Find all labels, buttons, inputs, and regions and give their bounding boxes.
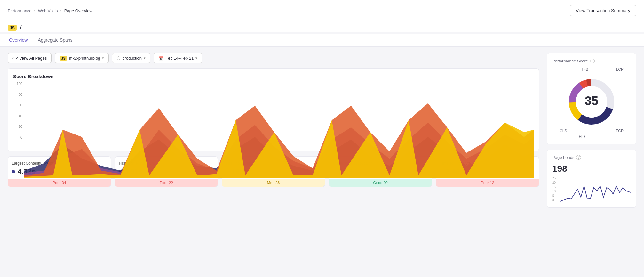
- calendar-icon: 📅: [158, 56, 163, 61]
- left-panel: ‹ < View All Pages JS mk2-p4nth3rblog ▾ …: [8, 53, 539, 208]
- view-transaction-summary-button[interactable]: View Transaction Summary: [570, 5, 636, 16]
- page-loads-chart-wrap: 25 20 15 10 5 0: [552, 176, 631, 202]
- breadcrumb-webvitals[interactable]: Web Vitals: [38, 8, 58, 13]
- y-20: 20: [13, 125, 22, 128]
- toolbar: ‹ < View All Pages JS mk2-p4nth3rblog ▾ …: [8, 53, 539, 63]
- score-breakdown-chart: 100 80 60 40 20 0: [13, 82, 534, 146]
- y-0: 0: [13, 135, 22, 139]
- lcp-dot: [12, 170, 15, 173]
- page-loads-chart-svg: [560, 176, 631, 202]
- ttfb-badge: Poor 12: [436, 179, 539, 187]
- y-60: 60: [13, 103, 22, 107]
- cls-badge: Good 92: [329, 179, 432, 187]
- lcp-donut-label: LCP: [616, 67, 624, 72]
- page-loads-count: 198: [552, 164, 631, 174]
- breadcrumb-sep-1: ›: [34, 8, 35, 13]
- tab-aggregate-spans[interactable]: Aggregate Spans: [36, 34, 74, 46]
- score-breakdown-card: Score Breakdown 100 80 60 40 20 0: [8, 68, 539, 151]
- performance-score-card: Performance Score ? TTFB LCP: [547, 53, 636, 144]
- score-breakdown-title: Score Breakdown: [13, 74, 534, 79]
- score-chart-svg: [24, 82, 534, 178]
- date-chevron-icon: ▾: [195, 56, 197, 60]
- page-title: /: [20, 23, 22, 32]
- env-label: production: [122, 56, 142, 61]
- header: Performance › Web Vitals › Page Overview…: [0, 0, 644, 19]
- y-axis: 100 80 60 40 20 0: [13, 82, 24, 139]
- date-label: Feb 14–Feb 21: [165, 56, 194, 61]
- y-80: 80: [13, 93, 22, 96]
- donut-chart: 35: [563, 73, 620, 131]
- fid-donut-label: FID: [579, 134, 585, 139]
- donut-svg: 35: [563, 73, 620, 131]
- y-100: 100: [13, 82, 22, 86]
- project-js-badge: JS: [60, 56, 67, 61]
- ttfb-donut-label: TTFB: [579, 67, 588, 72]
- y-40: 40: [13, 114, 22, 118]
- project-dropdown[interactable]: JS mk2-p4nth3rblog ▾: [55, 53, 109, 63]
- page-title-row: JS /: [0, 19, 644, 32]
- breadcrumb-current: Page Overview: [64, 8, 92, 13]
- perf-score-title: Performance Score ?: [552, 59, 631, 63]
- view-all-pages-label: < View All Pages: [16, 56, 47, 61]
- breadcrumb-sep-2: ›: [60, 8, 61, 13]
- page-loads-label: Page Loads: [552, 155, 574, 160]
- perf-score-help-icon[interactable]: ?: [590, 59, 595, 63]
- fid-badge: Meh 86: [222, 179, 325, 187]
- page-loads-help-icon[interactable]: ?: [576, 155, 581, 160]
- perf-score-label: Performance Score: [552, 59, 588, 63]
- chevron-left-icon: ‹: [12, 56, 14, 61]
- donut-score-text: 35: [585, 94, 598, 108]
- donut-wrap: TTFB LCP: [552, 67, 631, 139]
- right-panel: Performance Score ? TTFB LCP: [547, 53, 636, 208]
- project-label: mk2-p4nth3rblog: [69, 56, 100, 61]
- date-dropdown[interactable]: 📅 Feb 14–Feb 21 ▾: [154, 53, 202, 63]
- js-badge: JS: [8, 25, 17, 31]
- lcp-badge: Poor 34: [8, 179, 111, 187]
- env-chevron-icon: ▾: [144, 56, 146, 60]
- main-content: ‹ < View All Pages JS mk2-p4nth3rblog ▾ …: [0, 47, 644, 214]
- fcp-badge: Poor 22: [115, 179, 218, 187]
- page-loads-title: Page Loads ?: [552, 155, 631, 160]
- tab-overview[interactable]: Overview: [8, 34, 29, 46]
- env-icon: ⬡: [117, 56, 120, 61]
- env-dropdown[interactable]: ⬡ production ▾: [112, 53, 150, 63]
- view-all-pages-button[interactable]: ‹ < View All Pages: [8, 53, 52, 63]
- breadcrumb: Performance › Web Vitals › Page Overview: [8, 8, 92, 13]
- breadcrumb-performance[interactable]: Performance: [8, 8, 31, 13]
- tabs-bar: Overview Aggregate Spans: [0, 34, 644, 47]
- page-loads-card: Page Loads ? 198 25 20 15 10 5 0: [547, 150, 636, 208]
- mini-y-axis: 25 20 15 10 5 0: [552, 176, 558, 202]
- project-chevron-icon: ▾: [102, 56, 104, 60]
